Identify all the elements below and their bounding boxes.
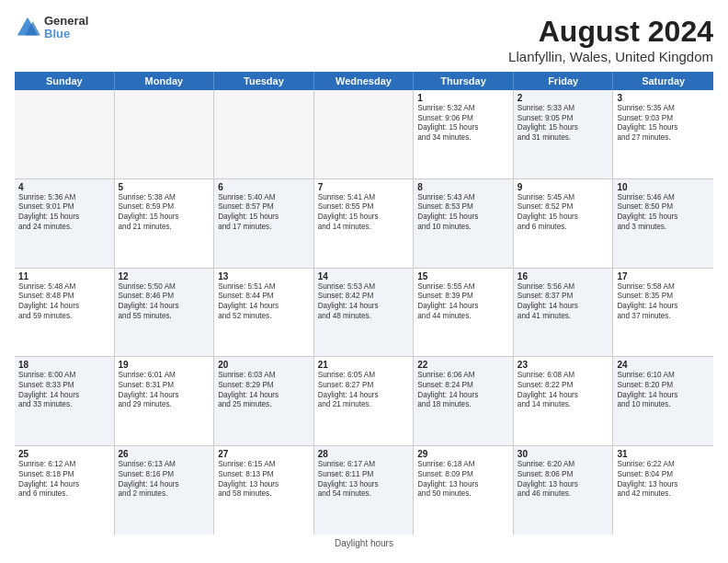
day-number-13: 13 bbox=[218, 271, 310, 282]
day-31-line-3: and 42 minutes. bbox=[617, 489, 710, 500]
logo-text: General Blue bbox=[44, 15, 88, 41]
day-24-line-3: and 10 minutes. bbox=[617, 400, 710, 410]
day-3-line-0: Sunrise: 5:35 AM bbox=[617, 104, 710, 114]
day-number-17: 17 bbox=[617, 271, 710, 282]
day-12-line-1: Sunset: 8:46 PM bbox=[119, 292, 210, 302]
day-25-line-1: Sunset: 8:18 PM bbox=[18, 470, 110, 480]
day-16-line-3: and 41 minutes. bbox=[518, 312, 609, 322]
day-number-24: 24 bbox=[617, 360, 710, 370]
day-12: 12Sunrise: 5:50 AMSunset: 8:46 PMDayligh… bbox=[115, 269, 215, 357]
day-5: 5Sunrise: 5:38 AMSunset: 8:59 PMDaylight… bbox=[115, 179, 215, 268]
day-10-line-2: Daylight: 15 hours bbox=[617, 213, 710, 223]
cal-row-3: 11Sunrise: 5:48 AMSunset: 8:48 PMDayligh… bbox=[15, 269, 713, 358]
day-18-line-3: and 33 minutes. bbox=[18, 400, 110, 410]
day-29: 29Sunrise: 6:18 AMSunset: 8:09 PMDayligh… bbox=[414, 446, 514, 534]
day-9-line-2: Daylight: 15 hours bbox=[518, 213, 609, 223]
day-22: 22Sunrise: 6:06 AMSunset: 8:24 PMDayligh… bbox=[414, 357, 514, 445]
day-24-line-0: Sunrise: 6:10 AM bbox=[617, 371, 710, 381]
day-20-line-1: Sunset: 8:29 PM bbox=[218, 381, 310, 391]
day-29-line-1: Sunset: 8:09 PM bbox=[417, 470, 509, 480]
day-6-line-0: Sunrise: 5:40 AM bbox=[218, 193, 310, 203]
day-8: 8Sunrise: 5:43 AMSunset: 8:53 PMDaylight… bbox=[414, 179, 514, 268]
day-6-line-1: Sunset: 8:57 PM bbox=[218, 202, 310, 213]
day-26-line-2: Daylight: 14 hours bbox=[119, 480, 210, 490]
day-27-line-0: Sunrise: 6:15 AM bbox=[218, 460, 310, 470]
header: General Blue August 2024 Llanfyllin, Wal… bbox=[15, 15, 713, 64]
day-27-line-3: and 58 minutes. bbox=[218, 489, 310, 500]
day-number-14: 14 bbox=[318, 271, 410, 282]
day-20-line-2: Daylight: 14 hours bbox=[218, 391, 310, 401]
day-27-line-1: Sunset: 8:13 PM bbox=[218, 470, 310, 480]
day-25-line-0: Sunrise: 6:12 AM bbox=[18, 460, 110, 470]
day-9: 9Sunrise: 5:45 AMSunset: 8:52 PMDaylight… bbox=[514, 179, 614, 268]
day-number-3: 3 bbox=[617, 93, 710, 103]
day-26: 26Sunrise: 6:13 AMSunset: 8:16 PMDayligh… bbox=[115, 446, 215, 534]
day-30: 30Sunrise: 6:20 AMSunset: 8:06 PMDayligh… bbox=[514, 446, 614, 534]
day-5-line-1: Sunset: 8:59 PM bbox=[119, 202, 210, 213]
day-28: 28Sunrise: 6:17 AMSunset: 8:11 PMDayligh… bbox=[314, 446, 415, 534]
day-31-line-1: Sunset: 8:04 PM bbox=[617, 470, 710, 480]
day-28-line-3: and 54 minutes. bbox=[318, 489, 410, 500]
logo-line2: Blue bbox=[44, 28, 88, 40]
day-24-line-2: Daylight: 14 hours bbox=[617, 391, 710, 401]
day-19-line-0: Sunrise: 6:01 AM bbox=[119, 371, 210, 381]
day-number-20: 20 bbox=[218, 360, 310, 370]
logo-line1: General bbox=[44, 15, 88, 28]
day-14-line-0: Sunrise: 5:53 AM bbox=[318, 282, 410, 293]
day-3: 3Sunrise: 5:35 AMSunset: 9:03 PMDaylight… bbox=[613, 90, 713, 178]
footer-note: Daylight hours bbox=[15, 538, 713, 548]
day-14-line-3: and 48 minutes. bbox=[318, 312, 410, 322]
day-22-line-2: Daylight: 14 hours bbox=[417, 391, 509, 401]
day-number-7: 7 bbox=[318, 182, 410, 192]
day-18-line-2: Daylight: 14 hours bbox=[18, 391, 110, 401]
day-22-line-3: and 18 minutes. bbox=[417, 400, 509, 410]
day-11-line-0: Sunrise: 5:48 AM bbox=[18, 282, 110, 293]
calendar-header: SundayMondayTuesdayWednesdayThursdayFrid… bbox=[15, 72, 713, 90]
day-28-line-0: Sunrise: 6:17 AM bbox=[318, 460, 410, 470]
day-17-line-3: and 37 minutes. bbox=[617, 312, 710, 322]
day-15-line-0: Sunrise: 5:55 AM bbox=[417, 282, 509, 293]
day-6-line-3: and 17 minutes. bbox=[218, 223, 310, 233]
day-number-19: 19 bbox=[119, 360, 210, 370]
day-2-line-3: and 31 minutes. bbox=[518, 133, 609, 144]
day-16-line-2: Daylight: 14 hours bbox=[518, 302, 609, 312]
day-11: 11Sunrise: 5:48 AMSunset: 8:48 PMDayligh… bbox=[15, 269, 115, 357]
day-1-line-0: Sunrise: 5:32 AM bbox=[417, 104, 509, 114]
day-26-line-3: and 2 minutes. bbox=[119, 489, 210, 500]
day-17: 17Sunrise: 5:58 AMSunset: 8:35 PMDayligh… bbox=[613, 269, 713, 357]
day-17-line-0: Sunrise: 5:58 AM bbox=[617, 282, 710, 293]
day-26-line-1: Sunset: 8:16 PM bbox=[119, 470, 210, 480]
logo-icon bbox=[15, 15, 40, 40]
day-13: 13Sunrise: 5:51 AMSunset: 8:44 PMDayligh… bbox=[214, 269, 314, 357]
day-12-line-2: Daylight: 14 hours bbox=[119, 302, 210, 312]
logo: General Blue bbox=[15, 15, 88, 41]
day-21-line-0: Sunrise: 6:05 AM bbox=[318, 371, 410, 381]
day-21: 21Sunrise: 6:05 AMSunset: 8:27 PMDayligh… bbox=[314, 357, 415, 445]
day-28-line-2: Daylight: 13 hours bbox=[318, 480, 410, 490]
day-15-line-2: Daylight: 14 hours bbox=[417, 302, 509, 312]
day-4: 4Sunrise: 5:36 AMSunset: 9:01 PMDaylight… bbox=[15, 179, 115, 268]
day-10-line-3: and 3 minutes. bbox=[617, 223, 710, 233]
day-number-28: 28 bbox=[318, 449, 410, 459]
day-18-line-1: Sunset: 8:33 PM bbox=[18, 381, 110, 391]
day-30-line-3: and 46 minutes. bbox=[518, 489, 609, 500]
day-7-line-0: Sunrise: 5:41 AM bbox=[318, 193, 410, 203]
day-10-line-0: Sunrise: 5:46 AM bbox=[617, 193, 710, 203]
day-25-line-2: Daylight: 14 hours bbox=[18, 480, 110, 490]
weekday-thursday: Thursday bbox=[414, 72, 514, 90]
day-4-line-0: Sunrise: 5:36 AM bbox=[18, 193, 110, 203]
main-title: August 2024 bbox=[508, 15, 713, 49]
day-24-line-1: Sunset: 8:20 PM bbox=[617, 381, 710, 391]
day-9-line-3: and 6 minutes. bbox=[518, 223, 609, 233]
day-number-22: 22 bbox=[417, 360, 509, 370]
day-20: 20Sunrise: 6:03 AMSunset: 8:29 PMDayligh… bbox=[214, 357, 314, 445]
day-12-line-0: Sunrise: 5:50 AM bbox=[119, 282, 210, 293]
day-30-line-0: Sunrise: 6:20 AM bbox=[518, 460, 609, 470]
day-7-line-1: Sunset: 8:55 PM bbox=[318, 202, 410, 213]
day-20-line-0: Sunrise: 6:03 AM bbox=[218, 371, 310, 381]
day-21-line-3: and 21 minutes. bbox=[318, 400, 410, 410]
cal-row-4: 18Sunrise: 6:00 AMSunset: 8:33 PMDayligh… bbox=[15, 357, 713, 446]
day-12-line-3: and 55 minutes. bbox=[119, 312, 210, 322]
subtitle: Llanfyllin, Wales, United Kingdom bbox=[508, 49, 713, 64]
day-6-line-2: Daylight: 15 hours bbox=[218, 213, 310, 223]
